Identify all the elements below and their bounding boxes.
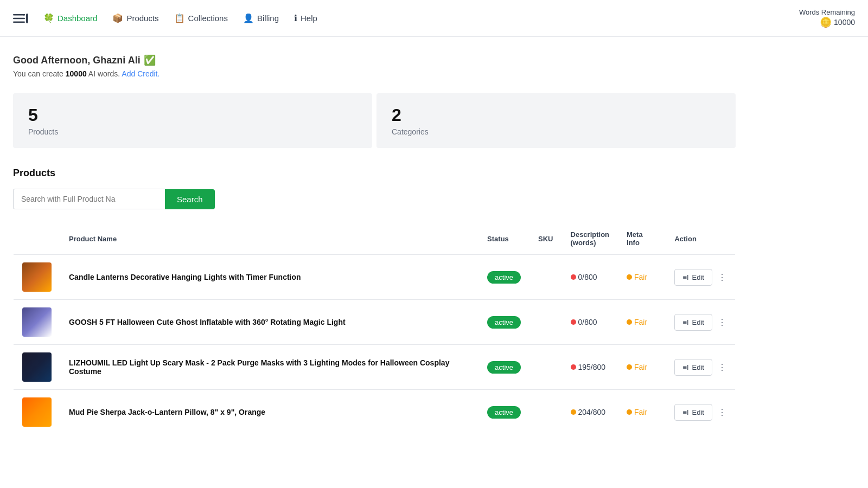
desc-words: 0/800	[578, 273, 597, 281]
product-name-cell: Mud Pie Sherpa Jack-o-Lantern Pillow, 8"…	[60, 390, 478, 435]
table-row: Candle Lanterns Decorative Hanging Light…	[14, 255, 736, 300]
product-thumb-cell	[14, 390, 61, 435]
collections-icon: 📋	[174, 13, 185, 23]
product-name-cell: Candle Lanterns Decorative Hanging Light…	[60, 255, 478, 300]
product-thumbnail	[22, 307, 52, 337]
nav-billing[interactable]: 👤 Billing	[243, 13, 279, 23]
product-meta-cell: Fair	[618, 300, 666, 345]
more-options-icon[interactable]: ⋮	[718, 362, 726, 373]
product-action-cell: ≡I Edit ⋮	[666, 390, 735, 435]
meta-info-value: Fair	[634, 273, 647, 281]
edit-icon: ≡I	[682, 363, 688, 371]
edit-icon: ≡I	[682, 408, 688, 416]
more-options-icon[interactable]: ⋮	[718, 317, 726, 328]
col-sku: SKU	[529, 223, 561, 255]
edit-button[interactable]: ≡I Edit	[674, 404, 712, 421]
greeting: Good Afternoon, Ghazni Ali ✅	[13, 54, 736, 66]
svg-point-8	[627, 319, 632, 325]
desc-words: 204/800	[578, 408, 606, 416]
nav-help[interactable]: ℹ Help	[294, 13, 317, 23]
svg-point-7	[571, 319, 576, 325]
product-desc-cell: 195/800	[562, 345, 618, 390]
product-thumb-cell	[14, 345, 61, 390]
col-description: Description(words)	[562, 223, 618, 255]
status-badge: active	[487, 316, 521, 329]
stat-products: 5 Products	[13, 93, 372, 148]
words-remaining-value: 🪙 10000	[820, 16, 855, 28]
edit-icon: ≡I	[682, 273, 688, 281]
svg-point-11	[571, 409, 576, 415]
product-status-cell: active	[478, 255, 529, 300]
product-desc-cell: 0/800	[562, 255, 618, 300]
product-name: Candle Lanterns Decorative Hanging Light…	[69, 273, 301, 281]
col-status: Status	[478, 223, 529, 255]
status-badge: active	[487, 361, 521, 374]
products-icon: 📦	[112, 13, 123, 23]
product-sku-cell	[529, 345, 561, 390]
product-action-cell: ≡I Edit ⋮	[666, 345, 735, 390]
product-meta-cell: Fair	[618, 390, 666, 435]
verified-icon: ✅	[144, 54, 156, 66]
col-thumb	[14, 223, 61, 255]
meta-info-value: Fair	[634, 318, 647, 326]
main-content: Good Afternoon, Ghazni Ali ✅ You can cre…	[0, 37, 749, 452]
svg-rect-1	[13, 17, 25, 19]
coin-icon: 🪙	[820, 16, 832, 28]
product-sku-cell	[529, 255, 561, 300]
search-row: Search	[13, 189, 736, 209]
table-row: LIZHOUMIL LED Light Up Scary Mask - 2 Pa…	[14, 345, 736, 390]
product-sku-cell	[529, 390, 561, 435]
col-action: Action	[666, 223, 735, 255]
navbar: 🍀 Dashboard 📦 Products 📋 Collections 👤 B…	[0, 0, 868, 37]
svg-point-6	[627, 274, 632, 280]
subtitle: You can create 10000 AI words. Add Credi…	[13, 69, 736, 78]
edit-icon: ≡I	[682, 318, 688, 326]
svg-rect-2	[13, 21, 25, 23]
edit-button[interactable]: ≡I Edit	[674, 269, 712, 286]
navbar-left: 🍀 Dashboard 📦 Products 📋 Collections 👤 B…	[13, 12, 799, 24]
product-thumb-cell	[14, 300, 61, 345]
product-thumbnail	[22, 262, 52, 292]
search-button[interactable]: Search	[165, 189, 215, 209]
meta-info-value: Fair	[634, 408, 647, 416]
desc-words: 195/800	[578, 363, 606, 371]
stats-row: 5 Products 2 Categories	[13, 93, 736, 148]
more-options-icon[interactable]: ⋮	[718, 407, 726, 418]
help-icon: ℹ	[294, 13, 297, 23]
products-table: Product Name Status SKU Description(word…	[13, 222, 736, 435]
svg-rect-3	[23, 14, 25, 16]
product-status-cell: active	[478, 345, 529, 390]
nav-dashboard[interactable]: 🍀 Dashboard	[43, 13, 97, 23]
svg-point-9	[571, 364, 576, 370]
product-name-cell: GOOSH 5 FT Halloween Cute Ghost Inflatab…	[60, 300, 478, 345]
table-header-row: Product Name Status SKU Description(word…	[14, 223, 736, 255]
product-name: LIZHOUMIL LED Light Up Scary Mask - 2 Pa…	[69, 358, 449, 376]
product-meta-cell: Fair	[618, 345, 666, 390]
nav-products[interactable]: 📦 Products	[112, 13, 158, 23]
menu-icon[interactable]	[13, 12, 28, 24]
more-options-icon[interactable]: ⋮	[718, 272, 726, 282]
billing-icon: 👤	[243, 13, 254, 23]
product-name: GOOSH 5 FT Halloween Cute Ghost Inflatab…	[69, 318, 346, 326]
product-desc-cell: 204/800	[562, 390, 618, 435]
words-remaining-block: Words Remaining 🪙 10000	[799, 8, 855, 28]
desc-words: 0/800	[578, 318, 597, 326]
stat-categories: 2 Categories	[376, 93, 736, 148]
search-input[interactable]	[13, 189, 165, 209]
product-thumbnail	[22, 352, 52, 382]
product-meta-cell: Fair	[618, 255, 666, 300]
product-sku-cell	[529, 300, 561, 345]
col-product-name: Product Name	[60, 223, 478, 255]
product-name: Mud Pie Sherpa Jack-o-Lantern Pillow, 8"…	[69, 408, 265, 416]
words-remaining-label: Words Remaining	[799, 8, 855, 16]
edit-button[interactable]: ≡I Edit	[674, 314, 712, 331]
status-badge: active	[487, 271, 521, 284]
svg-point-12	[627, 409, 632, 415]
product-action-cell: ≡I Edit ⋮	[666, 300, 735, 345]
edit-button[interactable]: ≡I Edit	[674, 359, 712, 376]
meta-info-value: Fair	[634, 363, 647, 371]
add-credit-link[interactable]: Add Credit.	[122, 69, 159, 78]
svg-rect-4	[26, 14, 28, 23]
nav-collections[interactable]: 📋 Collections	[174, 13, 228, 23]
product-thumb-cell	[14, 255, 61, 300]
